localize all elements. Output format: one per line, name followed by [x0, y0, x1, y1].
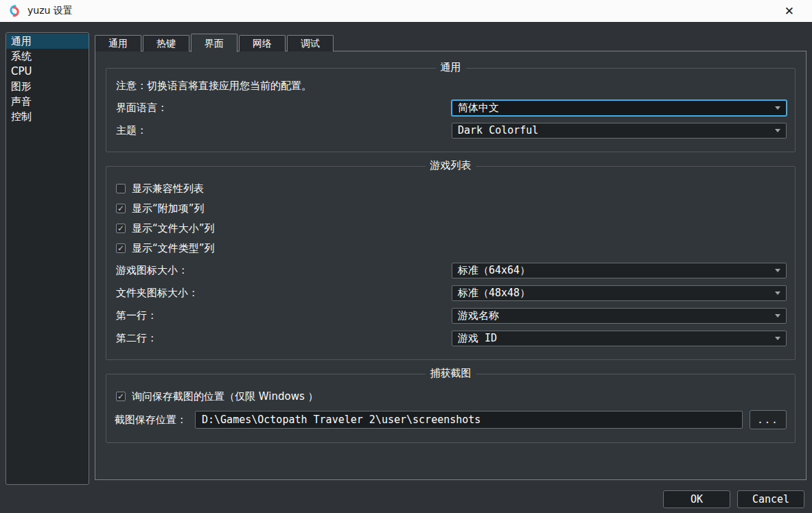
theme-label: 主题：: [115, 124, 452, 137]
show-addons-column-checkbox-row: ✓ 显示“附加项”列: [116, 201, 787, 216]
dialog-buttons: OK Cancel: [663, 490, 804, 508]
game-icon-size-value: 标准（64x64）: [458, 264, 530, 277]
game-icon-size-select[interactable]: 标准（64x64）: [452, 263, 787, 278]
interface-tab-pane: 通用 注意：切换语言将直接应用您当前的配置。 界面语言： 简体中文 主题： Da…: [95, 51, 807, 480]
theme-row: 主题： Dark Colorful: [115, 122, 787, 139]
language-select-value: 简体中文: [458, 102, 499, 115]
close-icon[interactable]: ✕: [780, 4, 798, 19]
show-addons-column-checkbox[interactable]: ✓: [116, 204, 126, 213]
chevron-down-icon: [775, 314, 780, 318]
game-list-groupbox: 游戏列表 显示兼容性列表 ✓ 显示“附加项”列 ✓ 显示“文件大小”列 ✓ 显示…: [106, 166, 796, 360]
checkmark-icon: ✓: [117, 204, 124, 213]
show-filetype-column-checkbox[interactable]: ✓: [116, 243, 126, 253]
show-compat-list-checkbox-row: 显示兼容性列表: [116, 181, 787, 196]
chevron-down-icon: [775, 106, 780, 110]
row-2-text-value: 游戏 ID: [458, 332, 497, 345]
chevron-down-icon: [775, 269, 780, 272]
show-size-column-checkbox[interactable]: ✓: [116, 224, 126, 233]
tab-network[interactable]: 网络: [239, 35, 286, 51]
game-list-group-title: 游戏列表: [426, 159, 476, 172]
folder-icon-size-value: 标准（48x48）: [458, 287, 530, 300]
language-change-note: 注意：切换语言将直接应用您当前的配置。: [116, 80, 787, 93]
browse-button[interactable]: ...: [750, 410, 787, 429]
row-1-text-row: 第一行： 游戏名称: [115, 307, 787, 324]
screenshots-group-title: 捕获截图: [426, 367, 476, 380]
show-size-column-checkbox-row: ✓ 显示“文件大小”列: [116, 221, 787, 236]
folder-icon-size-row: 文件夹图标大小： 标准（48x48）: [115, 285, 787, 301]
tab-general[interactable]: 通用: [95, 35, 141, 51]
sidebar-item-system[interactable]: 系统: [6, 49, 89, 64]
sidebar-item-cpu[interactable]: CPU: [6, 64, 89, 79]
chevron-down-icon: [775, 337, 780, 340]
ask-screenshot-path-label: 询问保存截图的位置（仅限 Windows ）: [132, 390, 318, 403]
screenshots-groupbox: 捕获截图 ✓ 询问保存截图的位置（仅限 Windows ） 截图保存位置： D:…: [106, 374, 796, 443]
sidebar-item-general[interactable]: 通用: [6, 34, 89, 49]
tab-interface[interactable]: 界面: [191, 34, 237, 52]
sidebar-item-controls[interactable]: 控制: [6, 109, 89, 124]
screenshot-path-label: 截图保存位置：: [115, 414, 187, 427]
chevron-down-icon: [775, 129, 780, 132]
show-compat-list-label: 显示兼容性列表: [132, 182, 204, 195]
window-titlebar: yuzu 设置 ✕: [0, 0, 812, 23]
ok-button[interactable]: OK: [663, 490, 730, 508]
folder-icon-size-label: 文件夹图标大小：: [115, 287, 452, 300]
show-filetype-column-label: 显示“文件类型”列: [132, 242, 215, 255]
screenshot-path-value: D:\Games\Octopath Traveler 2\user\screen…: [202, 414, 480, 426]
checkmark-icon: ✓: [117, 392, 124, 401]
game-icon-size-label: 游戏图标大小：: [115, 264, 452, 277]
chevron-down-icon: [775, 291, 780, 295]
show-compat-list-checkbox[interactable]: [116, 184, 126, 193]
general-group-title: 通用: [436, 61, 466, 74]
tab-debug[interactable]: 调试: [287, 35, 334, 51]
language-select[interactable]: 简体中文: [452, 100, 787, 116]
checkmark-icon: ✓: [117, 224, 124, 232]
game-icon-size-row: 游戏图标大小： 标准（64x64）: [115, 262, 787, 278]
tab-bar: 通用 热键 界面 网络 调试: [95, 33, 335, 51]
sidebar-item-audio[interactable]: 声音: [6, 94, 89, 109]
window-title: yuzu 设置: [27, 5, 73, 17]
screenshot-path-input[interactable]: D:\Games\Octopath Traveler 2\user\screen…: [195, 411, 743, 429]
row-1-text-value: 游戏名称: [458, 309, 499, 322]
sidebar-item-graphics[interactable]: 图形: [6, 79, 89, 94]
theme-select-value: Dark Colorful: [458, 124, 538, 136]
checkmark-icon: ✓: [117, 244, 124, 252]
yuzu-logo-icon: [7, 3, 22, 19]
tab-hotkeys[interactable]: 热键: [143, 35, 189, 51]
show-addons-column-label: 显示“附加项”列: [132, 202, 205, 215]
row-2-text-label: 第二行：: [115, 332, 452, 345]
language-label: 界面语言：: [115, 102, 452, 115]
screenshot-path-row: 截图保存位置： D:\Games\Octopath Traveler 2\use…: [115, 410, 787, 429]
row-1-text-select[interactable]: 游戏名称: [452, 308, 787, 324]
show-size-column-label: 显示“文件大小”列: [132, 222, 215, 235]
folder-icon-size-select[interactable]: 标准（48x48）: [452, 285, 787, 301]
cancel-button[interactable]: Cancel: [737, 490, 804, 508]
language-row: 界面语言： 简体中文: [115, 99, 787, 116]
ask-screenshot-path-checkbox-row: ✓ 询问保存截图的位置（仅限 Windows ）: [116, 389, 787, 404]
row-1-text-label: 第一行：: [115, 309, 452, 322]
theme-select[interactable]: Dark Colorful: [452, 123, 787, 139]
ask-screenshot-path-checkbox[interactable]: ✓: [116, 392, 126, 401]
row-2-text-select[interactable]: 游戏 ID: [452, 331, 787, 346]
general-groupbox: 通用 注意：切换语言将直接应用您当前的配置。 界面语言： 简体中文 主题： Da…: [106, 68, 796, 152]
row-2-text-row: 第二行： 游戏 ID: [115, 330, 787, 346]
category-list: 通用 系统 CPU 图形 声音 控制: [5, 32, 89, 485]
show-filetype-column-checkbox-row: ✓ 显示“文件类型”列: [116, 241, 787, 256]
